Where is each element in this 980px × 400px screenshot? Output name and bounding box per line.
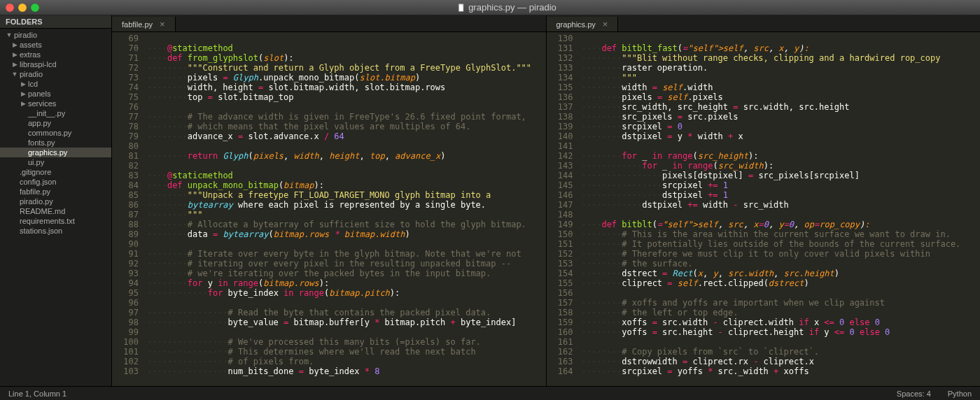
tab-bar: graphics.py× [547,15,981,32]
status-language[interactable]: Python [948,390,972,398]
sidebar-folder[interactable]: ▶extras [0,50,111,59]
gutter: 1301311321331341351361371381391401411421… [547,32,579,386]
code-area[interactable]: ····def bitblt_fast(="self">self, src, x… [579,32,981,386]
sidebar-file[interactable]: app.py [0,118,111,128]
sidebar-file[interactable]: fabfile.py [0,187,111,197]
window-controls [6,3,39,12]
sidebar-item-label: assets [20,41,42,49]
sidebar-file[interactable]: .gitignore [0,167,111,177]
sidebar-item-label: lcd [28,80,38,88]
minimize-icon[interactable] [18,3,27,12]
code-area[interactable]: ····@staticmethod····def from_glyphslot(… [144,32,546,386]
status-indentation[interactable]: Spaces: 4 [897,390,931,398]
sidebar-file[interactable]: fonts.py [0,138,111,148]
sidebar-item-label: commons.py [28,129,71,137]
sidebar-folder[interactable]: ▼piradio [0,30,111,40]
code-editor[interactable]: 1301311321331341351361371381391401411421… [547,32,981,386]
sidebar-header: FOLDERS [0,15,111,29]
status-bar: Line 1, Column 1 Spaces: 4 Python [0,386,980,400]
close-icon[interactable]: × [603,20,608,29]
tab-bar: fabfile.py× [112,15,546,32]
sidebar-item-label: graphics.py [28,148,67,157]
sidebar-file[interactable]: __init__.py [0,108,111,118]
close-icon[interactable] [6,3,14,12]
sidebar-item-label: extras [20,50,41,59]
tab-label: graphics.py [556,20,596,29]
maximize-icon[interactable] [31,3,39,12]
editor-pane: fabfile.py×69707172737475767778798081828… [112,15,547,386]
sidebar-item-label: .gitignore [20,168,51,176]
sidebar-item-label: requirements.txt [20,217,75,225]
sidebar-item-label: stations.json [20,227,62,235]
gutter: 6970717273747576777879808182838485868788… [112,32,144,386]
sidebar-folder[interactable]: ▶assets [0,40,111,50]
sidebar-item-label: piradio [14,31,37,39]
sidebar-item-label: piradio [20,70,43,78]
close-icon[interactable]: × [160,20,165,29]
sidebar-file[interactable]: graphics.py [0,148,111,157]
file-icon [457,3,465,12]
sidebar-folder[interactable]: ▶lcd [0,79,111,89]
sidebar-item-label: __init__.py [28,109,65,117]
editor-pane: graphics.py×1301311321331341351361371381… [547,15,981,386]
window-title: graphics.py — piradio [468,2,556,13]
sidebar-item-label: panels [28,90,50,98]
sidebar: FOLDERS ▼piradio▶assets▶extras▶libraspi-… [0,15,112,386]
sidebar-file[interactable]: config.json [0,177,111,187]
code-editor[interactable]: 6970717273747576777879808182838485868788… [112,32,546,386]
tab[interactable]: graphics.py× [547,17,619,31]
sidebar-file[interactable]: ui.py [0,157,111,167]
sidebar-file[interactable]: piradio.py [0,197,111,206]
sidebar-folder[interactable]: ▶libraspi-lcd [0,59,111,69]
tab-label: fabfile.py [122,20,153,29]
tab[interactable]: fabfile.py× [112,17,176,31]
sidebar-file[interactable]: stations.json [0,226,111,236]
sidebar-item-label: piradio.py [20,197,53,206]
status-position: Line 1, Column 1 [8,390,66,398]
sidebar-item-label: ui.py [28,158,44,166]
sidebar-file[interactable]: commons.py [0,128,111,138]
sidebar-item-label: README.md [20,207,65,215]
titlebar: graphics.py — piradio [0,0,980,15]
sidebar-folder[interactable]: ▼piradio [0,69,111,79]
sidebar-item-label: config.json [20,178,57,186]
sidebar-folder[interactable]: ▶panels [0,89,111,99]
sidebar-folder[interactable]: ▶services [0,99,111,108]
sidebar-item-label: fonts.py [28,138,55,147]
sidebar-file[interactable]: README.md [0,206,111,216]
sidebar-item-label: libraspi-lcd [20,60,57,69]
sidebar-item-label: services [28,99,56,108]
folder-tree[interactable]: ▼piradio▶assets▶extras▶libraspi-lcd▼pira… [0,29,111,386]
editor-panes: fabfile.py×69707172737475767778798081828… [112,15,980,386]
sidebar-item-label: app.py [28,119,51,127]
sidebar-item-label: fabfile.py [20,187,50,196]
sidebar-file[interactable]: requirements.txt [0,216,111,226]
